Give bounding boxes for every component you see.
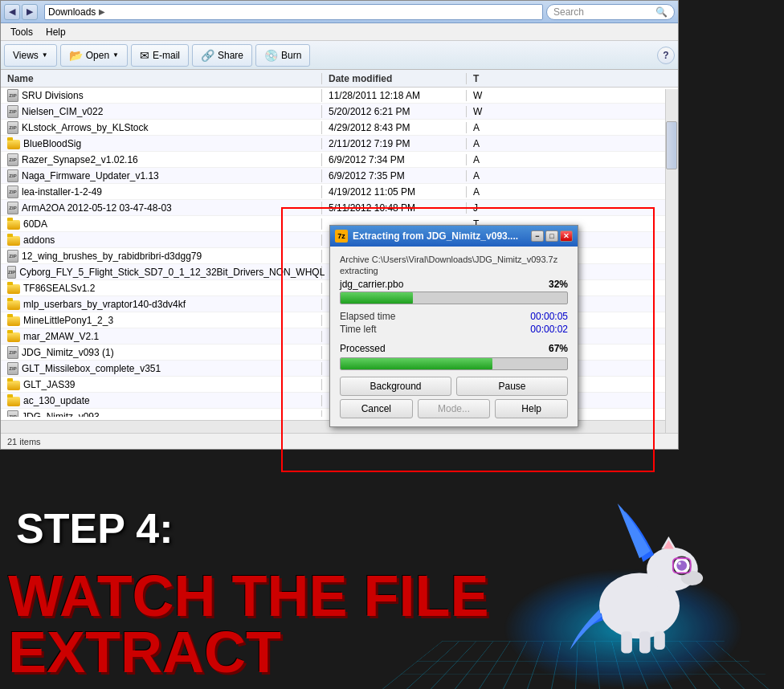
- file-name: BlueBloodSig: [23, 138, 81, 149]
- zip-icon: ZIP: [7, 346, 18, 359]
- open-button[interactable]: 📂 Open ▼: [60, 44, 128, 67]
- file-name: SRU Divisions: [22, 90, 84, 101]
- views-button[interactable]: Views ▼: [4, 44, 57, 67]
- folder-icon: [7, 220, 20, 230]
- table-row[interactable]: ZIP Nielsen_CIM_v022 5/20/2012 6:21 PM W: [1, 104, 678, 120]
- cancel-button[interactable]: Cancel: [340, 399, 413, 418]
- zip-icon: ZIP: [7, 105, 18, 118]
- menu-help[interactable]: Help: [39, 23, 72, 40]
- file-name: mar_2MAW_V2.1: [23, 331, 99, 342]
- file-name: 12_wing_brushes_by_rabidbribri-d3dgg79: [22, 251, 202, 262]
- dialog-titlebar: 7z Extracting from JDG_Nimitz_v093.... −…: [330, 226, 578, 247]
- menu-bar: Tools Help: [1, 23, 678, 41]
- table-row[interactable]: ZIP SRU Divisions 11/28/2011 12:18 AM W: [1, 88, 678, 104]
- zip-icon: ZIP: [7, 250, 18, 263]
- pony-character: [559, 496, 720, 657]
- svg-rect-7: [621, 631, 632, 653]
- menu-tools[interactable]: Tools: [4, 23, 39, 40]
- table-row[interactable]: ZIP Razer_Synapse2_v1.02.16 6/9/2012 7:3…: [1, 152, 678, 168]
- table-row[interactable]: BlueBloodSig 2/11/2012 7:19 PM A: [1, 136, 678, 152]
- col-header-date[interactable]: Date modified: [322, 73, 467, 84]
- step-label: STEP 4:: [16, 504, 174, 552]
- elapsed-label: Elapsed time: [340, 311, 453, 322]
- processed-percent: 67%: [549, 343, 568, 356]
- share-icon: 🔗: [201, 49, 214, 62]
- file-type: A: [467, 122, 678, 133]
- forward-button[interactable]: ▶: [22, 4, 38, 20]
- search-placeholder: Search: [553, 6, 584, 18]
- back-button[interactable]: ◀: [4, 4, 20, 20]
- col-header-name[interactable]: Name: [1, 73, 322, 84]
- current-filename: jdg_carrier.pbo: [340, 279, 403, 290]
- status-bar: 21 items: [1, 433, 678, 449]
- file-type: A: [467, 138, 678, 149]
- folder-icon: [7, 381, 20, 390]
- folder-icon: [7, 300, 20, 310]
- open-icon: 📂: [69, 49, 83, 62]
- dialog-title: Extracting from JDG_Nimitz_v093....: [353, 230, 531, 242]
- col-header-type[interactable]: T: [467, 73, 678, 84]
- zip-icon: ZIP: [7, 169, 18, 182]
- explorer-titlebar: ◀ ▶ Downloads ▶ Search 🔍: [1, 1, 678, 23]
- zip-icon: ZIP: [7, 410, 18, 418]
- path-arrow: ▶: [99, 7, 105, 16]
- file-type: A: [467, 186, 678, 198]
- file-progress-fill: [341, 292, 413, 304]
- burn-icon: 💿: [264, 49, 278, 62]
- zip-icon: ZIP: [7, 121, 18, 134]
- folder-icon: [7, 140, 20, 149]
- address-bar[interactable]: Downloads ▶: [44, 4, 543, 20]
- table-row[interactable]: ZIP Naga_Firmware_Updater_v1.13 6/9/2012…: [1, 168, 678, 184]
- file-date: 4/29/2012 8:43 PM: [322, 122, 467, 133]
- svg-point-4: [676, 561, 687, 571]
- scrollbar-thumb[interactable]: [666, 121, 677, 169]
- folder-icon: [7, 332, 20, 342]
- file-progress-row: jdg_carrier.pbo 32%: [340, 279, 568, 290]
- search-box[interactable]: Search 🔍: [546, 4, 675, 20]
- help-button[interactable]: ?: [657, 47, 675, 64]
- search-icon: 🔍: [655, 6, 668, 18]
- share-button[interactable]: 🔗 Share: [192, 44, 252, 67]
- processed-label: Processed: [340, 343, 386, 354]
- mode-button[interactable]: Mode...: [418, 399, 491, 418]
- toolbar: Views ▼ 📂 Open ▼ ✉ E-mail 🔗 Share 💿 Burn…: [1, 41, 678, 70]
- share-label: Share: [218, 50, 243, 61]
- svg-rect-9: [654, 631, 665, 650]
- dialog-button-row2: Cancel Mode... Help: [340, 399, 568, 418]
- nav-arrows[interactable]: ◀ ▶: [4, 4, 38, 20]
- dialog-maximize-button[interactable]: □: [545, 230, 558, 242]
- extract-dialog: 7z Extracting from JDG_Nimitz_v093.... −…: [329, 225, 578, 427]
- file-type: W: [467, 90, 678, 101]
- elapsed-value: 00:00:05: [455, 311, 568, 322]
- folder-icon: [7, 284, 20, 294]
- zip-icon: ZIP: [7, 202, 18, 214]
- dialog-title-buttons: − □ ✕: [531, 230, 573, 242]
- file-progress-bar: [340, 292, 568, 304]
- archive-path: Archive C:\Users\Viral\Downloads\JDG_Nim…: [340, 255, 568, 264]
- extract-label: EXTRACT: [0, 623, 402, 681]
- file-type: A: [467, 170, 678, 181]
- burn-button[interactable]: 💿 Burn: [255, 44, 310, 67]
- zip-icon: ZIP: [7, 266, 16, 279]
- help-button[interactable]: Help: [495, 399, 568, 418]
- dialog-body: Archive C:\Users\Viral\Downloads\JDG_Nim…: [330, 247, 578, 426]
- background-button[interactable]: Background: [340, 377, 451, 396]
- file-name: MineLittlePony1_2_3: [23, 315, 113, 326]
- vertical-scrollbar[interactable]: [665, 89, 678, 433]
- dialog-app-icon: 7z: [335, 230, 348, 243]
- email-icon: ✉: [140, 49, 149, 62]
- processed-progress-bar: [340, 357, 568, 370]
- table-row[interactable]: ZIP KLstock_Arrows_by_KLStock 4/29/2012 …: [1, 120, 678, 136]
- dialog-minimize-button[interactable]: −: [531, 230, 544, 242]
- file-date: 6/9/2012 7:35 PM: [322, 170, 467, 181]
- table-row[interactable]: ZIP ArmA2OA 2012-05-12 03-47-48-03 5/11/…: [1, 200, 678, 216]
- pause-button[interactable]: Pause: [456, 377, 568, 396]
- email-button[interactable]: ✉ E-mail: [131, 44, 189, 67]
- folder-icon: [7, 316, 20, 326]
- file-name: lea-installer-1-2-49: [22, 186, 102, 198]
- dialog-close-button[interactable]: ✕: [560, 230, 573, 242]
- table-row[interactable]: ZIP lea-installer-1-2-49 4/19/2012 11:05…: [1, 184, 678, 200]
- file-type: W: [467, 106, 678, 117]
- path-text: Downloads: [48, 6, 96, 18]
- file-percent: 32%: [549, 279, 568, 290]
